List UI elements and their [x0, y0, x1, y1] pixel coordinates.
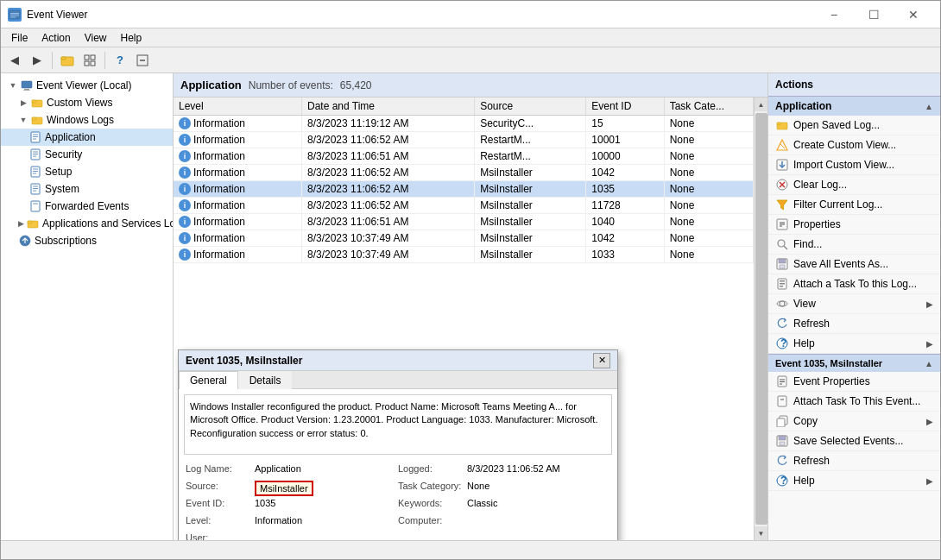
status-bar: [1, 540, 940, 559]
action-refresh2[interactable]: Refresh: [768, 451, 940, 471]
action-event-properties[interactable]: Event Properties: [768, 372, 940, 392]
action-create-custom-view[interactable]: Create Custom View...: [768, 135, 940, 155]
svg-rect-61: [780, 280, 785, 282]
sidebar-item-setup[interactable]: Setup: [1, 163, 173, 180]
col-eventid[interactable]: Event ID: [586, 98, 664, 116]
minimize-button[interactable]: −: [814, 1, 854, 28]
field-event-id-label: Event ID:: [186, 498, 255, 508]
maximize-button[interactable]: ☐: [854, 1, 894, 28]
expand-icon-local[interactable]: ▼: [8, 80, 18, 91]
toolbar-back[interactable]: ◀: [4, 50, 25, 71]
col-datetime[interactable]: Date and Time: [302, 98, 475, 116]
scroll-down-btn[interactable]: ▼: [755, 526, 768, 540]
table-row[interactable]: iInformation8/3/2023 11:06:52 AMMsiInsta…: [174, 198, 754, 214]
import-custom-view-icon: [775, 158, 789, 172]
expand-icon-apps-services[interactable]: ▶: [18, 218, 24, 229]
actions-header: Actions: [768, 73, 940, 96]
toolbar-open[interactable]: [57, 50, 78, 71]
action-help[interactable]: ? Help ▶: [768, 334, 940, 354]
toolbar-grid[interactable]: [79, 50, 100, 71]
col-source[interactable]: Source: [475, 98, 586, 116]
sidebar-item-security[interactable]: Security: [1, 146, 173, 163]
action-copy[interactable]: Copy ▶: [768, 412, 940, 431]
svg-marker-50: [777, 200, 787, 210]
detail-description: Windows Installer reconfigured the produ…: [184, 394, 612, 455]
action-help2[interactable]: ? Help ▶: [768, 471, 940, 491]
svg-rect-3: [10, 16, 16, 17]
action-save-selected[interactable]: Save Selected Events...: [768, 431, 940, 451]
table-row[interactable]: iInformation8/3/2023 10:37:49 AMMsiInsta…: [174, 247, 754, 263]
field-level-value: Information: [255, 515, 302, 525]
right-panel: Actions Application ▲ Open Saved Log... …: [767, 73, 940, 540]
col-taskcategory[interactable]: Task Cate...: [664, 98, 753, 116]
table-row[interactable]: iInformation8/3/2023 11:06:51 AMRestartM…: [174, 148, 754, 165]
detail-close-button[interactable]: ✕: [593, 353, 610, 368]
info-icon: i: [179, 199, 191, 211]
menu-help[interactable]: Help: [114, 30, 149, 46]
svg-rect-58: [779, 259, 786, 263]
action-open-saved-log[interactable]: Open Saved Log...: [768, 116, 940, 135]
menu-file[interactable]: File: [4, 30, 35, 46]
table-scrollbar[interactable]: ▲ ▼: [754, 98, 767, 540]
scroll-up-btn[interactable]: ▲: [755, 98, 768, 111]
folder-icon-windows-logs: [30, 113, 44, 127]
close-button[interactable]: ✕: [894, 1, 933, 28]
action-properties[interactable]: Properties: [768, 215, 940, 235]
main-area: ▼ Event Viewer (Local) ▶ Custom Views ▼: [1, 73, 940, 540]
table-row[interactable]: iInformation8/3/2023 11:06:52 AMMsiInsta…: [174, 165, 754, 181]
action-attach-task-to-log[interactable]: Attach a Task To this Log...: [768, 274, 940, 294]
action-save-all-events[interactable]: Save All Events As...: [768, 255, 940, 274]
table-row[interactable]: iInformation8/3/2023 11:06:51 AMMsiInsta…: [174, 214, 754, 230]
tab-details[interactable]: Details: [238, 371, 293, 389]
action-copy-arrow: ▶: [926, 417, 933, 426]
menu-action[interactable]: Action: [35, 30, 77, 46]
table-row[interactable]: iInformation8/3/2023 11:19:12 AMSecurity…: [174, 116, 754, 132]
tab-general[interactable]: General: [179, 371, 238, 389]
sidebar-item-apps-services[interactable]: ▶ Applications and Services Lo...: [1, 215, 173, 232]
svg-rect-7: [91, 55, 95, 60]
action-save-selected-label: Save Selected Events...: [793, 435, 903, 447]
scroll-thumb[interactable]: [755, 113, 767, 525]
action-refresh-label: Refresh: [793, 318, 830, 330]
log-icon-application: [28, 130, 42, 144]
info-icon: i: [179, 249, 191, 261]
sidebar-item-custom-views[interactable]: ▶ Custom Views: [1, 94, 173, 111]
sidebar-item-event-viewer-local[interactable]: ▼ Event Viewer (Local): [1, 77, 173, 94]
event-section-title[interactable]: Event 1035, MsiInstaller ▲: [768, 354, 940, 372]
field-log-name: Log Name: Application: [186, 463, 398, 479]
toolbar-collapse[interactable]: [132, 50, 153, 71]
event-section-collapse[interactable]: ▲: [925, 359, 933, 368]
expand-icon-custom-views[interactable]: ▶: [18, 98, 28, 108]
menu-view[interactable]: View: [78, 30, 114, 46]
sidebar-item-subscriptions[interactable]: Subscriptions: [1, 232, 173, 249]
application-section-title[interactable]: Application ▲: [768, 96, 940, 116]
field-event-id-value: 1035: [255, 498, 275, 508]
toolbar-forward[interactable]: ▶: [27, 50, 47, 71]
attach-task-to-log-icon: [775, 277, 789, 291]
field-user-label: User:: [186, 532, 255, 540]
toolbar-help[interactable]: ?: [110, 50, 130, 71]
application-section-collapse[interactable]: ▲: [925, 102, 933, 111]
expand-icon-windows-logs[interactable]: ▼: [18, 115, 28, 125]
info-icon: i: [179, 216, 191, 228]
table-row[interactable]: iInformation8/3/2023 11:06:52 AMMsiInsta…: [174, 181, 754, 198]
action-clear-log[interactable]: Clear Log...: [768, 175, 940, 195]
action-find[interactable]: Find...: [768, 235, 940, 255]
sidebar-item-system[interactable]: System: [1, 180, 173, 198]
action-clear-log-label: Clear Log...: [793, 179, 847, 191]
action-view[interactable]: View ▶: [768, 294, 940, 314]
action-refresh[interactable]: Refresh: [768, 314, 940, 334]
action-attach-task-event[interactable]: Attach Task To This Event...: [768, 392, 940, 412]
sidebar-item-forwarded-events[interactable]: Forwarded Events: [1, 198, 173, 215]
info-icon: i: [179, 117, 191, 129]
action-filter-current-log[interactable]: Filter Current Log...: [768, 195, 940, 215]
table-row[interactable]: iInformation8/3/2023 11:06:52 AMRestartM…: [174, 132, 754, 148]
sidebar-item-application[interactable]: Application: [1, 129, 173, 146]
action-open-saved-log-label: Open Saved Log...: [793, 119, 880, 131]
table-row[interactable]: iInformation8/3/2023 10:37:49 AMMsiInsta…: [174, 230, 754, 247]
action-import-custom-view[interactable]: Import Custom View...: [768, 155, 940, 175]
sidebar-item-windows-logs[interactable]: ▼ Windows Logs: [1, 111, 173, 129]
field-source: Source: MsiInstaller: [186, 481, 398, 496]
col-level[interactable]: Level: [174, 98, 302, 116]
field-task-category-label: Task Category:: [398, 481, 467, 491]
